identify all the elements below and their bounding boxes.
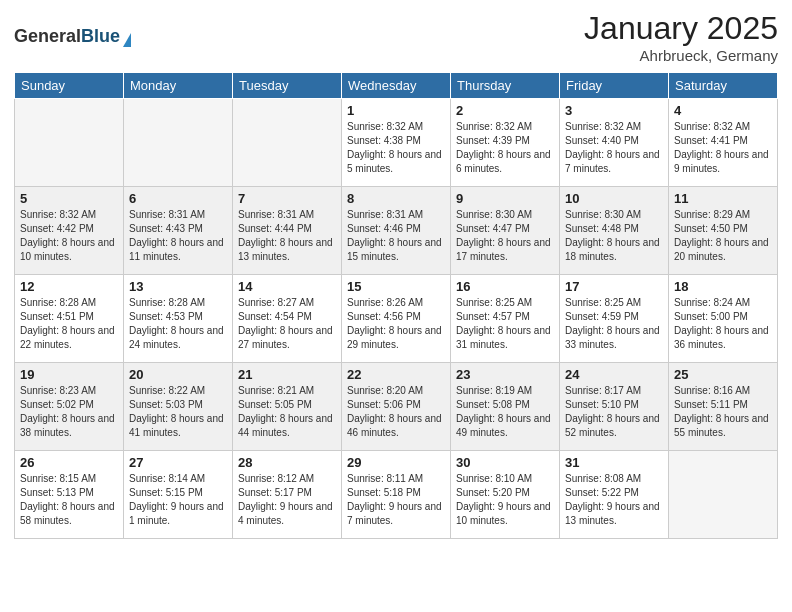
table-row: 11 Sunrise: 8:29 AMSunset: 4:50 PMDaylig… xyxy=(669,187,778,275)
table-row: 2 Sunrise: 8:32 AMSunset: 4:39 PMDayligh… xyxy=(451,99,560,187)
table-row: 13 Sunrise: 8:28 AMSunset: 4:53 PMDaylig… xyxy=(124,275,233,363)
col-tuesday: Tuesday xyxy=(233,73,342,99)
day-number: 20 xyxy=(129,367,227,382)
table-row: 31 Sunrise: 8:08 AMSunset: 5:22 PMDaylig… xyxy=(560,451,669,539)
col-sunday: Sunday xyxy=(15,73,124,99)
day-number: 29 xyxy=(347,455,445,470)
day-info: Sunrise: 8:31 AMSunset: 4:44 PMDaylight:… xyxy=(238,208,336,264)
col-friday: Friday xyxy=(560,73,669,99)
day-info: Sunrise: 8:22 AMSunset: 5:03 PMDaylight:… xyxy=(129,384,227,440)
day-number: 13 xyxy=(129,279,227,294)
day-info: Sunrise: 8:32 AMSunset: 4:40 PMDaylight:… xyxy=(565,120,663,176)
col-monday: Monday xyxy=(124,73,233,99)
day-number: 1 xyxy=(347,103,445,118)
day-number: 27 xyxy=(129,455,227,470)
table-row: 4 Sunrise: 8:32 AMSunset: 4:41 PMDayligh… xyxy=(669,99,778,187)
calendar-week-row: 26 Sunrise: 8:15 AMSunset: 5:13 PMDaylig… xyxy=(15,451,778,539)
table-row: 5 Sunrise: 8:32 AMSunset: 4:42 PMDayligh… xyxy=(15,187,124,275)
table-row xyxy=(233,99,342,187)
day-number: 8 xyxy=(347,191,445,206)
day-info: Sunrise: 8:14 AMSunset: 5:15 PMDaylight:… xyxy=(129,472,227,528)
day-info: Sunrise: 8:16 AMSunset: 5:11 PMDaylight:… xyxy=(674,384,772,440)
day-number: 22 xyxy=(347,367,445,382)
calendar-week-row: 5 Sunrise: 8:32 AMSunset: 4:42 PMDayligh… xyxy=(15,187,778,275)
day-info: Sunrise: 8:28 AMSunset: 4:53 PMDaylight:… xyxy=(129,296,227,352)
day-info: Sunrise: 8:27 AMSunset: 4:54 PMDaylight:… xyxy=(238,296,336,352)
title-section: January 2025 Ahrbrueck, Germany xyxy=(584,10,778,64)
day-info: Sunrise: 8:24 AMSunset: 5:00 PMDaylight:… xyxy=(674,296,772,352)
table-row: 14 Sunrise: 8:27 AMSunset: 4:54 PMDaylig… xyxy=(233,275,342,363)
calendar: Sunday Monday Tuesday Wednesday Thursday… xyxy=(14,72,778,539)
table-row: 17 Sunrise: 8:25 AMSunset: 4:59 PMDaylig… xyxy=(560,275,669,363)
table-row xyxy=(124,99,233,187)
day-number: 11 xyxy=(674,191,772,206)
table-row: 25 Sunrise: 8:16 AMSunset: 5:11 PMDaylig… xyxy=(669,363,778,451)
day-info: Sunrise: 8:15 AMSunset: 5:13 PMDaylight:… xyxy=(20,472,118,528)
table-row: 27 Sunrise: 8:14 AMSunset: 5:15 PMDaylig… xyxy=(124,451,233,539)
table-row: 18 Sunrise: 8:24 AMSunset: 5:00 PMDaylig… xyxy=(669,275,778,363)
table-row: 24 Sunrise: 8:17 AMSunset: 5:10 PMDaylig… xyxy=(560,363,669,451)
day-info: Sunrise: 8:31 AMSunset: 4:43 PMDaylight:… xyxy=(129,208,227,264)
day-info: Sunrise: 8:28 AMSunset: 4:51 PMDaylight:… xyxy=(20,296,118,352)
calendar-week-row: 19 Sunrise: 8:23 AMSunset: 5:02 PMDaylig… xyxy=(15,363,778,451)
table-row: 28 Sunrise: 8:12 AMSunset: 5:17 PMDaylig… xyxy=(233,451,342,539)
day-info: Sunrise: 8:32 AMSunset: 4:42 PMDaylight:… xyxy=(20,208,118,264)
day-number: 23 xyxy=(456,367,554,382)
table-row: 22 Sunrise: 8:20 AMSunset: 5:06 PMDaylig… xyxy=(342,363,451,451)
logo-general: General xyxy=(14,26,81,46)
day-number: 12 xyxy=(20,279,118,294)
day-number: 25 xyxy=(674,367,772,382)
day-number: 2 xyxy=(456,103,554,118)
logo: GeneralBlue xyxy=(14,27,131,47)
table-row: 1 Sunrise: 8:32 AMSunset: 4:38 PMDayligh… xyxy=(342,99,451,187)
day-number: 24 xyxy=(565,367,663,382)
table-row: 16 Sunrise: 8:25 AMSunset: 4:57 PMDaylig… xyxy=(451,275,560,363)
table-row: 9 Sunrise: 8:30 AMSunset: 4:47 PMDayligh… xyxy=(451,187,560,275)
day-number: 14 xyxy=(238,279,336,294)
day-number: 18 xyxy=(674,279,772,294)
day-info: Sunrise: 8:31 AMSunset: 4:46 PMDaylight:… xyxy=(347,208,445,264)
day-number: 19 xyxy=(20,367,118,382)
day-number: 28 xyxy=(238,455,336,470)
day-info: Sunrise: 8:08 AMSunset: 5:22 PMDaylight:… xyxy=(565,472,663,528)
day-info: Sunrise: 8:32 AMSunset: 4:41 PMDaylight:… xyxy=(674,120,772,176)
day-info: Sunrise: 8:12 AMSunset: 5:17 PMDaylight:… xyxy=(238,472,336,528)
day-number: 31 xyxy=(565,455,663,470)
table-row: 20 Sunrise: 8:22 AMSunset: 5:03 PMDaylig… xyxy=(124,363,233,451)
day-number: 6 xyxy=(129,191,227,206)
day-number: 4 xyxy=(674,103,772,118)
table-row: 26 Sunrise: 8:15 AMSunset: 5:13 PMDaylig… xyxy=(15,451,124,539)
page-header: GeneralBlue January 2025 Ahrbrueck, Germ… xyxy=(14,10,778,64)
table-row: 7 Sunrise: 8:31 AMSunset: 4:44 PMDayligh… xyxy=(233,187,342,275)
table-row: 30 Sunrise: 8:10 AMSunset: 5:20 PMDaylig… xyxy=(451,451,560,539)
logo-blue: Blue xyxy=(81,26,120,46)
table-row: 15 Sunrise: 8:26 AMSunset: 4:56 PMDaylig… xyxy=(342,275,451,363)
day-info: Sunrise: 8:23 AMSunset: 5:02 PMDaylight:… xyxy=(20,384,118,440)
calendar-week-row: 1 Sunrise: 8:32 AMSunset: 4:38 PMDayligh… xyxy=(15,99,778,187)
table-row xyxy=(15,99,124,187)
day-number: 9 xyxy=(456,191,554,206)
day-info: Sunrise: 8:29 AMSunset: 4:50 PMDaylight:… xyxy=(674,208,772,264)
day-info: Sunrise: 8:26 AMSunset: 4:56 PMDaylight:… xyxy=(347,296,445,352)
day-info: Sunrise: 8:32 AMSunset: 4:38 PMDaylight:… xyxy=(347,120,445,176)
day-number: 17 xyxy=(565,279,663,294)
day-number: 5 xyxy=(20,191,118,206)
day-info: Sunrise: 8:25 AMSunset: 4:57 PMDaylight:… xyxy=(456,296,554,352)
col-wednesday: Wednesday xyxy=(342,73,451,99)
table-row: 3 Sunrise: 8:32 AMSunset: 4:40 PMDayligh… xyxy=(560,99,669,187)
calendar-week-row: 12 Sunrise: 8:28 AMSunset: 4:51 PMDaylig… xyxy=(15,275,778,363)
table-row: 19 Sunrise: 8:23 AMSunset: 5:02 PMDaylig… xyxy=(15,363,124,451)
col-saturday: Saturday xyxy=(669,73,778,99)
location: Ahrbrueck, Germany xyxy=(584,47,778,64)
day-number: 21 xyxy=(238,367,336,382)
table-row: 21 Sunrise: 8:21 AMSunset: 5:05 PMDaylig… xyxy=(233,363,342,451)
day-info: Sunrise: 8:30 AMSunset: 4:48 PMDaylight:… xyxy=(565,208,663,264)
day-info: Sunrise: 8:25 AMSunset: 4:59 PMDaylight:… xyxy=(565,296,663,352)
table-row: 6 Sunrise: 8:31 AMSunset: 4:43 PMDayligh… xyxy=(124,187,233,275)
day-info: Sunrise: 8:17 AMSunset: 5:10 PMDaylight:… xyxy=(565,384,663,440)
day-number: 7 xyxy=(238,191,336,206)
day-info: Sunrise: 8:11 AMSunset: 5:18 PMDaylight:… xyxy=(347,472,445,528)
col-thursday: Thursday xyxy=(451,73,560,99)
day-info: Sunrise: 8:10 AMSunset: 5:20 PMDaylight:… xyxy=(456,472,554,528)
calendar-header-row: Sunday Monday Tuesday Wednesday Thursday… xyxy=(15,73,778,99)
